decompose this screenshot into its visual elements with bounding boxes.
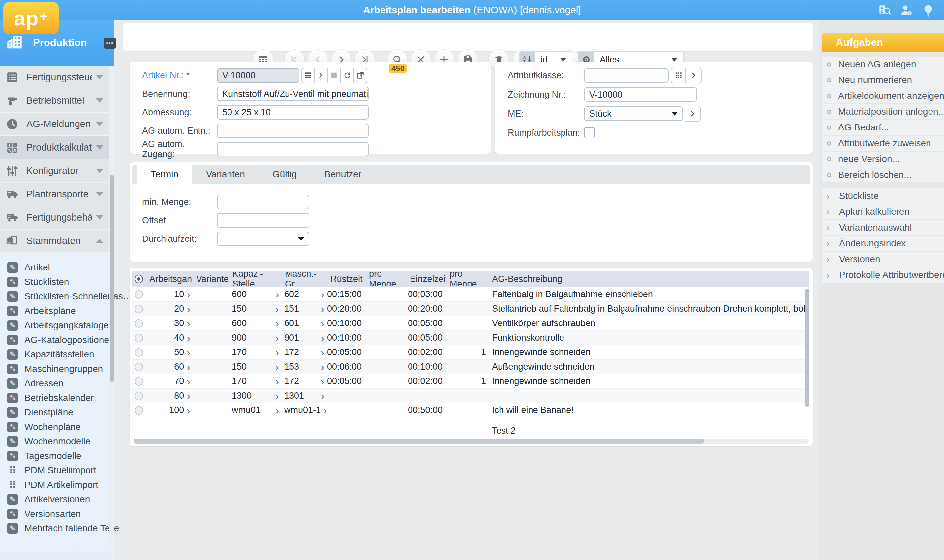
attributklasse-input[interactable] [584,68,669,83]
cell-chevron-icon[interactable]: › [187,391,190,401]
row-radio[interactable] [134,377,143,386]
submenu-item-artikelversionen[interactable]: ✎Artikelversionen [0,492,114,507]
task-action-artikeldokument-anzeigen[interactable]: Artikeldokument anzeigen [822,88,944,103]
grid-vscroll-thumb[interactable] [805,289,810,407]
task-action-neuen-ag-anlegen[interactable]: Neuen AG anlegen [822,57,944,72]
hint-bulb-icon[interactable] [921,4,935,17]
cell-chevron-icon[interactable]: › [321,289,324,300]
task-link-protokolle-attributwertbere-[interactable]: ›Protokolle Attributwertbere… [822,268,944,283]
task-link-stückliste[interactable]: ›Stückliste [822,188,944,203]
cell-chevron-icon[interactable]: › [321,304,324,314]
submenu-item-betriebskalender[interactable]: ✎Betriebskalender [0,391,114,405]
offset-input[interactable] [217,213,309,228]
attributklasse-lookup-grid-button[interactable] [671,68,686,83]
cell-chevron-icon[interactable]: › [321,318,324,329]
cell-chevron-icon[interactable]: › [187,289,190,300]
submenu-item-tagesmodelle[interactable]: ✎Tagesmodelle [0,449,114,463]
row-radio[interactable] [134,319,143,328]
ag-entn-input[interactable] [217,123,369,138]
submenu-item-kapazit-tsstellen[interactable]: ✎Kapazitätsstellen [0,347,114,362]
benennung-input[interactable]: Kunststoff Auf/Zu-Ventil mit pneumatisch… [217,87,369,101]
attributklasse-goto-button[interactable] [686,68,702,83]
cell-chevron-icon[interactable]: › [187,362,190,372]
tab-g-ltig[interactable]: Gültig [259,165,311,184]
grid-column-header-masch-gr-[interactable]: Masch.-Gr. [281,272,326,286]
sidebar-item-ag-meldungen[interactable]: AG-Meldungen [0,113,114,136]
cell-chevron-icon[interactable]: › [275,333,279,343]
task-link-änderungsindex[interactable]: ›Änderungsindex [822,236,944,251]
row-radio[interactable] [134,363,143,371]
artikel-nr-input[interactable]: V-10000 [217,68,299,83]
cell-chevron-icon[interactable]: › [321,347,324,358]
cell-chevron-icon[interactable]: › [275,405,279,416]
grid-row-ag-30[interactable]: 30›600›601›00:10:0000:05:00 Ventilkörper… [132,316,810,331]
row-radio[interactable] [134,334,143,342]
sidebar-item-stammdaten[interactable]: Stammdaten [0,229,114,253]
cell-chevron-icon[interactable]: › [275,318,279,329]
translate-search-icon[interactable]: AZ [878,4,892,17]
sidebar-item-konfigurator[interactable]: Konfigurator [0,160,114,183]
grid-column-header-variante[interactable]: Variante [192,272,228,286]
cell-chevron-icon[interactable]: › [321,391,324,401]
cell-chevron-icon[interactable]: › [187,405,190,416]
cell-chevron-icon[interactable]: › [187,304,190,314]
grid-horizontal-scrollbar[interactable] [134,439,809,444]
row-radio[interactable] [134,348,143,357]
task-action-bereich-löschen-[interactable]: Bereich löschen... [822,167,944,183]
grid-column-header-ag-beschreibung[interactable]: AG-Beschreibung [488,272,810,286]
grid-column-header-r-stzeit[interactable]: Rüstzeit [326,272,365,286]
submenu-item-st-cklisten[interactable]: ✎Stücklisten [0,275,114,289]
sidebar-item-betriebsmittel[interactable]: Betriebsmittel [0,89,114,113]
submenu-item-arbeitspl-ne[interactable]: ✎Arbeitspläne [0,304,114,318]
submenu-item-pdm-artikelimport[interactable]: ⠿PDM Artikelimport [0,478,114,492]
grid-row-ag-60[interactable]: 60›150›153›00:06:0000:10:00 Außengewinde… [132,360,810,374]
grid-column-header-einzelzeit[interactable]: Einzelzeit [406,272,446,286]
task-link-versionen[interactable]: ›Versionen [822,252,944,267]
grid-row-ag-70[interactable]: 70›170›172›00:05:0000:02:001 Innengewind… [132,374,810,389]
submenu-item-pdm-stueliimport[interactable]: ⠿PDM Stueliimport [0,463,114,478]
cell-chevron-icon[interactable]: › [321,362,324,372]
submenu-item-ag-katalogpositionen[interactable]: ✎AG-Katalogpositionen [0,333,114,347]
tab-varianten[interactable]: Varianten [192,165,259,184]
task-action-ag-bedarf-[interactable]: AG Bedarf... [822,120,944,135]
task-action-neue-version-[interactable]: neue Version... [822,152,944,167]
submenu-item-dienstpl-ne[interactable]: ✎Dienstpläne [0,405,114,420]
abmessung-input[interactable]: 50 x 25 x 10 [217,105,369,120]
sidebar-more-button[interactable]: ••• [103,38,116,49]
grid-column-header-pro-menge[interactable]: pro Menge [365,272,406,286]
task-action-materialposition-anlegen-[interactable]: Materialposition anlegen... [822,104,944,119]
sidebar-item-plantransporte[interactable]: Plantransporte [0,183,114,206]
sidebar-scrollbar[interactable] [110,66,114,560]
task-link-aplan-kalkulieren[interactable]: ›Aplan kalkulieren [822,204,944,219]
grid-column-header-pro-menge[interactable]: pro Menge [446,272,488,286]
cell-chevron-icon[interactable]: › [324,405,326,416]
rumpfarbeitsplan-checkbox[interactable] [584,127,595,138]
grid-row-ag-50[interactable]: 50›170›172›00:05:0000:02:001 Innengewind… [132,345,810,360]
sidebar-item-produktkalkulation[interactable]: Produktkalkulation [0,136,114,160]
cell-chevron-icon[interactable]: › [275,391,279,401]
row-radio[interactable] [134,392,143,400]
artikel-lookup-grid-button[interactable] [301,68,315,83]
cell-chevron-icon[interactable]: › [321,376,324,387]
cell-chevron-icon[interactable]: › [187,318,190,329]
submenu-item-mehrfach-fallende-teile[interactable]: ✎Mehrfach fallende Teile [0,521,114,535]
durchlaufzeit-select[interactable] [217,232,309,246]
grid-row-ag-10[interactable]: 10›600›602›00:15:0000:03:00 Faltenbalg i… [132,287,810,302]
tab-termin[interactable]: Termin [137,165,192,184]
artikel-goto-button[interactable] [315,68,328,83]
sidebar-scrollbar-thumb[interactable] [110,175,114,382]
row-radio[interactable] [134,406,143,415]
submenu-item-adressen[interactable]: ✎Adressen [0,376,114,391]
cell-chevron-icon[interactable]: › [187,376,190,387]
artikel-open-button[interactable] [354,68,367,83]
cell-chevron-icon[interactable]: › [275,362,279,372]
tab-benutzer[interactable]: Benutzer [311,165,375,184]
ag-zugang-input[interactable] [217,142,369,157]
grid-row-ag-20[interactable]: 20›150›151›00:20:0000:20:00 Stellantrieb… [132,302,810,316]
grid-column-header-kapaz-stelle[interactable]: Kapaz.-Stelle [228,272,281,286]
submenu-item-arbeitsgangkataloge[interactable]: ✎Arbeitsgangkataloge [0,318,114,333]
user-settings-icon[interactable] [899,4,913,17]
min-menge-input[interactable] [217,195,309,209]
artikel-columns-button[interactable] [328,68,341,83]
cell-chevron-icon[interactable]: › [187,347,190,358]
